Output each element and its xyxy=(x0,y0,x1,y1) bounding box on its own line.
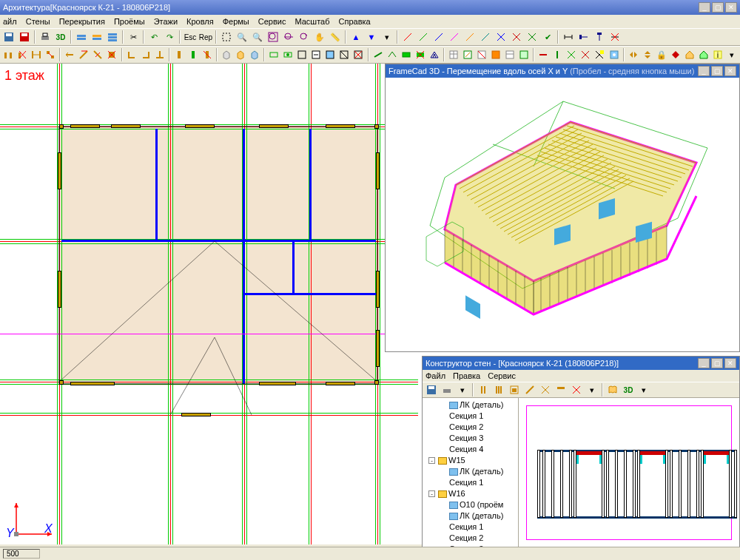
cut-icon[interactable]: ✂ xyxy=(126,30,141,44)
t2-del-icon[interactable] xyxy=(105,47,118,62)
menu-service[interactable]: Сервис xyxy=(258,17,286,26)
zoom-fit-icon[interactable] xyxy=(266,30,280,44)
x-tool3-icon[interactable] xyxy=(525,30,539,44)
wallwin-minimize[interactable]: _ xyxy=(698,358,710,368)
ww-brace-icon[interactable] xyxy=(522,382,537,397)
line-tool4-icon[interactable] xyxy=(447,30,462,44)
red-x2-icon[interactable] xyxy=(579,47,592,62)
undo-icon[interactable]: ↶ xyxy=(147,30,161,44)
t2-4-icon[interactable] xyxy=(44,47,57,62)
win3d-titlebar[interactable]: FrameCad 3D - Перемещение вдоль осей X и… xyxy=(386,64,739,78)
plan-2d-canvas[interactable]: 1 этаж xyxy=(0,64,418,544)
table-3-icon[interactable] xyxy=(517,47,531,62)
close-button[interactable]: ✕ xyxy=(725,2,737,13)
print-icon[interactable] xyxy=(38,30,53,44)
dim-tool3-icon[interactable] xyxy=(592,30,607,44)
ww-3d-button[interactable]: 3D xyxy=(621,382,636,397)
line-blue-icon[interactable] xyxy=(431,30,446,44)
ww-stud-icon[interactable] xyxy=(476,382,491,397)
line-tool5-icon[interactable] xyxy=(462,30,477,44)
corner-bl-icon[interactable] xyxy=(125,47,138,62)
house-icon[interactable] xyxy=(683,47,696,62)
lock-icon[interactable]: 🔒 xyxy=(655,47,668,62)
x-tool1-icon[interactable] xyxy=(494,30,508,44)
up-arrow-icon[interactable]: ▲ xyxy=(349,30,363,44)
line-red-icon[interactable] xyxy=(400,30,415,44)
truss-icon[interactable] xyxy=(428,47,441,62)
dim-h-icon[interactable] xyxy=(561,30,576,44)
rect-1-icon[interactable] xyxy=(295,47,309,62)
zoom-extents-icon[interactable] xyxy=(281,30,296,44)
maximize-button[interactable]: ▢ xyxy=(712,2,724,13)
layer3-icon[interactable] xyxy=(105,30,120,44)
t2-6-icon[interactable] xyxy=(77,47,90,62)
menu-roof[interactable]: Кровля xyxy=(186,17,214,26)
diamond-icon[interactable] xyxy=(669,47,682,62)
esc-button[interactable]: Esc xyxy=(183,30,198,44)
green-x-icon[interactable] xyxy=(565,47,578,62)
win3d-minimize[interactable]: _ xyxy=(698,66,710,76)
redo-icon[interactable]: ↷ xyxy=(162,30,177,44)
layer2-icon[interactable] xyxy=(90,30,104,44)
down-arrow-icon[interactable]: ▼ xyxy=(364,30,379,44)
ww-save-icon[interactable] xyxy=(424,382,439,397)
tree-node-6[interactable]: ЛК (деталь) xyxy=(424,466,517,477)
settings-icon[interactable] xyxy=(608,47,621,62)
ww-header-icon[interactable] xyxy=(554,382,568,397)
tree-node-11[interactable]: Секция 1 xyxy=(424,522,517,533)
box3d-3-icon[interactable] xyxy=(248,47,261,62)
rect-diag-icon[interactable] xyxy=(337,47,351,62)
menu-help[interactable]: Справка xyxy=(339,17,371,26)
zoom-refresh-icon[interactable] xyxy=(297,30,312,44)
menu-trusses[interactable]: Фермы xyxy=(223,17,249,26)
line-h-icon[interactable] xyxy=(536,47,550,62)
tree-node-0[interactable]: ЛК (деталь) xyxy=(424,399,517,411)
house2-icon[interactable] xyxy=(697,47,710,62)
t2-2-icon[interactable] xyxy=(16,47,29,62)
ww-delete-icon[interactable] xyxy=(569,382,584,397)
roof-line-icon[interactable] xyxy=(371,47,385,62)
corner-mid-icon[interactable] xyxy=(153,47,166,62)
box3d-2-icon[interactable] xyxy=(234,47,247,62)
tree-node-3[interactable]: Секция 3 xyxy=(424,433,517,444)
minimize-button[interactable]: _ xyxy=(699,2,710,13)
rect-green-icon[interactable] xyxy=(267,47,280,62)
t2-1-icon[interactable] xyxy=(1,47,15,62)
line-green-icon[interactable] xyxy=(416,30,431,44)
ww-dd2-icon[interactable]: ▾ xyxy=(585,382,599,397)
save-red-icon[interactable] xyxy=(17,30,32,44)
wallwin-menu-file[interactable]: Файл xyxy=(426,371,445,380)
wallwin-maximize[interactable]: ▢ xyxy=(711,358,723,368)
dim-del-icon[interactable] xyxy=(608,30,622,44)
rect-del-icon[interactable] xyxy=(352,47,365,62)
tree-node-5[interactable]: -W15 xyxy=(424,455,517,466)
profile1-icon[interactable] xyxy=(172,47,186,62)
dropdown-icon[interactable]: ▾ xyxy=(380,30,394,44)
zoom-out-icon[interactable]: 🔍 xyxy=(250,30,265,44)
x-tool2-icon[interactable] xyxy=(509,30,524,44)
tree-node-2[interactable]: Секция 2 xyxy=(424,422,517,433)
ww-cross-icon[interactable] xyxy=(538,382,553,397)
rect-3-icon[interactable] xyxy=(323,47,337,62)
wall-elevation[interactable] xyxy=(519,398,739,547)
layer1-icon[interactable] xyxy=(74,30,89,44)
menu-floors[interactable]: Перекрытия xyxy=(59,17,105,26)
rep-button[interactable]: Rep xyxy=(198,30,213,44)
tree-node-4[interactable]: Секция 4 xyxy=(424,444,517,455)
dropdown2-icon[interactable]: ▾ xyxy=(725,47,739,62)
menu-walls[interactable]: Стены xyxy=(26,17,50,26)
mirror-h-icon[interactable] xyxy=(627,47,640,62)
ww-book-icon[interactable] xyxy=(605,382,620,397)
wallwin-titlebar[interactable]: Конструктор стен - [Красноярск К-21 (180… xyxy=(423,357,739,370)
rect-select-icon[interactable] xyxy=(281,47,295,62)
roof-del-icon[interactable] xyxy=(414,47,427,62)
pan-icon[interactable]: ✋ xyxy=(312,30,327,44)
box3d-1-icon[interactable] xyxy=(220,47,233,62)
rect-2-icon[interactable] xyxy=(309,47,323,62)
ww-stud2-icon[interactable] xyxy=(491,382,506,397)
tree-node-10[interactable]: ЛК (деталь) xyxy=(424,510,517,522)
table-orange-icon[interactable] xyxy=(489,47,502,62)
roof-1-icon[interactable] xyxy=(386,47,399,62)
ww-opening-icon[interactable] xyxy=(507,382,522,397)
wallwin-close[interactable]: ✕ xyxy=(724,358,736,368)
